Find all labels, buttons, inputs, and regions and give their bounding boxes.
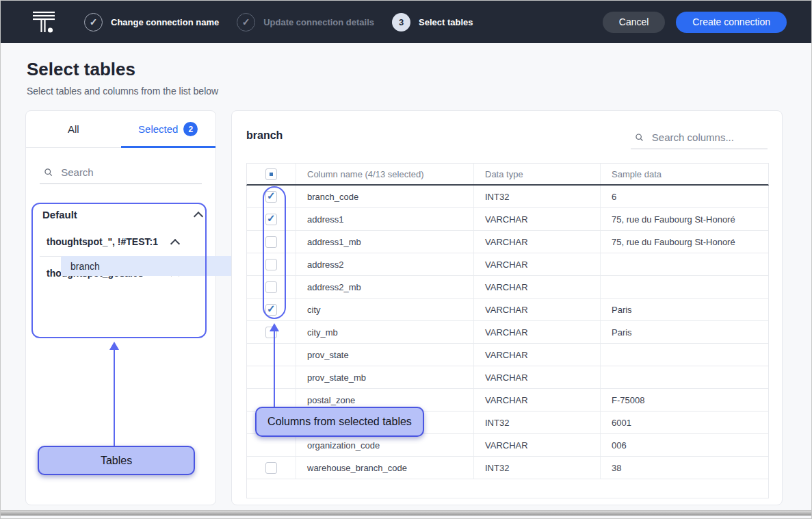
table-row[interactable]: branch_code INT32 6 [246,186,769,208]
header-actions: Cancel Create connection [603,12,787,33]
column-name-cell: city [296,299,474,320]
table-row[interactable]: prov_state_mb VARCHAR [246,366,769,389]
create-connection-button[interactable]: Create connection [676,12,787,33]
column-name-cell: address1_mb [296,231,474,253]
column-name-cell: prov_state [296,344,474,366]
wizard-step: 3 Select tables [392,13,473,31]
tables-search-input[interactable] [60,166,198,179]
row-checkbox[interactable] [265,236,277,248]
table-row[interactable]: address1 VARCHAR 75, rue du Faubourg St-… [246,208,769,231]
step-label: Update connection details [263,17,374,27]
tab-all[interactable]: All [26,111,121,147]
table-row[interactable]: address2_mb VARCHAR [246,276,769,299]
columns-search-input[interactable] [651,131,763,144]
row-checkbox[interactable] [265,191,277,203]
sample-data-cell: 75, rue du Faubourg St-Honoré [601,208,768,230]
data-type-cell: VARCHAR [474,389,601,411]
step-label: Change connection name [111,17,219,27]
column-name-header: Column name (4/13 selected) [296,164,474,184]
columns-panel: branch Column name (4/13 selected) Data … [231,110,783,505]
data-type-cell: VARCHAR [474,321,601,343]
column-name-cell: city_mb [296,321,474,343]
table-row[interactable]: city VARCHAR Paris [246,299,769,321]
sample-data-cell [601,276,768,298]
row-checkbox[interactable] [265,259,277,270]
wizard-steps: ✓ Change connection name ✓ Update connec… [84,13,473,31]
search-icon [635,132,644,142]
table-row[interactable]: organization_code VARCHAR 006 [246,434,769,457]
search-icon [44,167,53,177]
step-status-icon: 3 [392,13,410,31]
tabs-bar: All Selected 2 [26,111,215,148]
table-row[interactable]: city_mb VARCHAR Paris [246,321,769,344]
sample-data-cell: 38 [601,457,768,479]
tree-item-thoughtspot-test-1[interactable]: thoughtspot_", !#TEST:1 [40,231,202,252]
table-name: branch [246,129,283,142]
select-all-checkbox[interactable] [265,168,277,180]
tables-panel: All Selected 2 Default thoughtspot_", !#… [25,110,216,505]
chevron-up-icon[interactable] [194,211,203,220]
data-type-cell: INT32 [474,457,601,479]
table-row[interactable]: prov_state VARCHAR [246,344,769,366]
step-status-icon: ✓ [237,13,255,31]
tree-item-label: branch [70,261,100,272]
table-row[interactable]: address2 VARCHAR [246,253,769,276]
sample-data-header: Sample data [601,164,768,184]
tree-item-default[interactable]: Default [40,204,202,225]
data-type-cell: VARCHAR [474,366,601,388]
sample-data-cell: 006 [601,434,768,456]
tab-selected[interactable]: Selected 2 [121,111,216,147]
table-row[interactable]: warehouse_branch_code INT32 38 [246,457,769,479]
columns-search [631,126,768,149]
row-checkbox[interactable] [265,462,277,474]
app-header: ✓ Change connection name ✓ Update connec… [1,1,811,43]
tree-item-label: Default [42,209,77,220]
tables-annotation-arrow [114,350,115,446]
tables-annotation-arrowhead-icon [109,342,119,350]
row-checkbox[interactable] [265,214,277,225]
data-type-header: Data type [474,164,601,184]
step-label: Select tables [419,17,473,27]
table-header-row: Column name (4/13 selected) Data type Sa… [246,163,769,186]
row-checkbox[interactable] [265,304,277,316]
table-row[interactable]: address1_mb VARCHAR 75, rue du Faubourg … [246,231,769,253]
sample-data-cell: 6 [601,186,768,207]
column-name-cell: branch_code [296,186,474,207]
sample-data-cell [601,344,768,366]
chevron-up-icon[interactable] [170,238,180,248]
column-name-cell: address2_mb [296,276,474,298]
tab-selected-label: Selected [138,123,178,135]
tables-callout: Tables [38,446,195,475]
sample-data-cell: F-75008 [601,389,768,411]
data-type-cell: VARCHAR [474,344,601,366]
cancel-button[interactable]: Cancel [603,12,666,33]
data-type-cell: VARCHAR [474,208,601,230]
columns-callout: Columns from selected tables [255,407,424,437]
data-type-cell: INT32 [474,186,601,207]
column-name-cell: prov_state_mb [296,366,474,388]
data-type-cell: VARCHAR [474,253,601,275]
columns-table: Column name (4/13 selected) Data type Sa… [246,163,769,498]
wizard-step: ✓ Update connection details [237,13,374,31]
column-name-cell: organization_code [296,434,474,456]
tab-all-label: All [68,123,79,135]
thoughtspot-logo-icon [32,8,55,36]
tree-item-label: thoughtspot_", !#TEST:1 [47,236,158,247]
sample-data-cell: 6001 [601,412,768,433]
table-footer-row [246,479,769,498]
page-title: Select tables [27,59,135,80]
data-type-cell: VARCHAR [474,231,601,253]
tables-search [40,161,202,184]
column-name-cell: warehouse_branch_code [296,457,474,479]
wizard-step: ✓ Change connection name [84,13,219,31]
data-type-cell: VARCHAR [474,276,601,298]
selected-count-badge: 2 [183,122,198,136]
sample-data-cell [601,253,768,275]
step-status-icon: ✓ [84,13,103,31]
row-checkbox[interactable] [265,327,277,338]
schema-tree: Default thoughtspot_", !#TEST:1 cacaecde… [40,204,202,285]
sample-data-cell: Paris [601,299,768,320]
page-subtitle: Select tables and columns from the list … [27,86,218,97]
row-checkbox[interactable] [265,281,277,293]
sample-data-cell [601,366,768,388]
